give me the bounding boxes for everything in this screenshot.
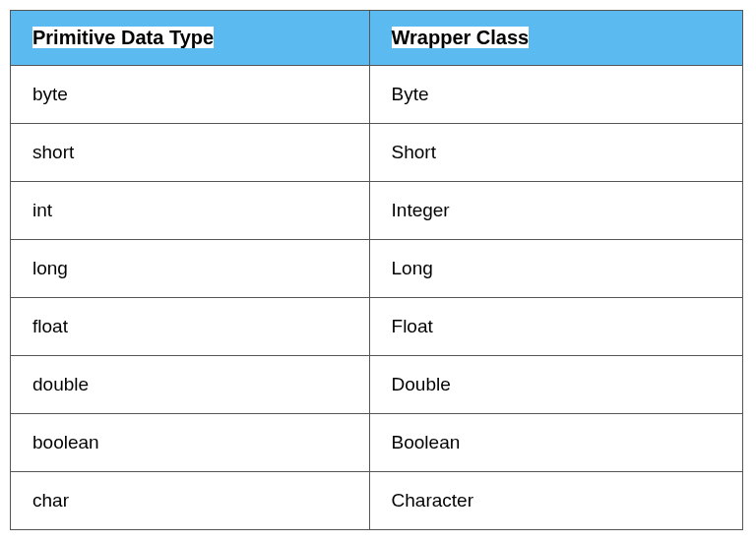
- table-row: char Character: [11, 472, 743, 530]
- cell-wrapper: Short: [369, 124, 742, 182]
- cell-primitive: float: [11, 298, 370, 356]
- header-wrapper-label: Wrapper Class: [392, 27, 530, 48]
- table-row: short Short: [11, 124, 743, 182]
- cell-primitive: int: [11, 182, 370, 240]
- header-wrapper: Wrapper Class: [369, 11, 742, 66]
- cell-wrapper: Character: [369, 472, 742, 530]
- cell-wrapper: Boolean: [369, 414, 742, 472]
- cell-primitive: char: [11, 472, 370, 530]
- cell-primitive: short: [11, 124, 370, 182]
- table-row: float Float: [11, 298, 743, 356]
- cell-wrapper: Byte: [369, 66, 742, 124]
- table-row: int Integer: [11, 182, 743, 240]
- cell-wrapper: Long: [369, 240, 742, 298]
- cell-wrapper: Integer: [369, 182, 742, 240]
- cell-primitive: long: [11, 240, 370, 298]
- table-row: boolean Boolean: [11, 414, 743, 472]
- table-row: double Double: [11, 356, 743, 414]
- cell-wrapper: Float: [369, 298, 742, 356]
- table-header-row: Primitive Data Type Wrapper Class: [11, 11, 743, 66]
- header-primitive-label: Primitive Data Type: [32, 27, 214, 48]
- primitive-wrapper-table: Primitive Data Type Wrapper Class byte B…: [10, 10, 743, 530]
- table-row: byte Byte: [11, 66, 743, 124]
- cell-primitive: byte: [11, 66, 370, 124]
- cell-primitive: double: [11, 356, 370, 414]
- cell-primitive: boolean: [11, 414, 370, 472]
- table-row: long Long: [11, 240, 743, 298]
- header-primitive: Primitive Data Type: [11, 11, 370, 66]
- cell-wrapper: Double: [369, 356, 742, 414]
